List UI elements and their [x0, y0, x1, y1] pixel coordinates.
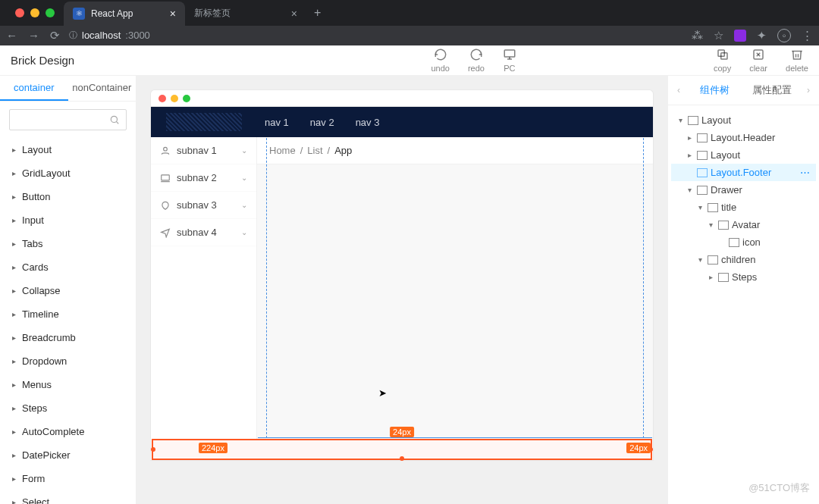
component-box-icon: [697, 133, 708, 142]
preview-sidebar[interactable]: subnav 1⌄subnav 2⌄subnav 3⌄subnav 4⌄: [151, 137, 257, 439]
component-item[interactable]: ▸Menus: [0, 373, 136, 396]
extension-icon[interactable]: [734, 30, 746, 42]
preview-breadcrumb: Home/List/App: [257, 137, 653, 164]
tab-component-tree[interactable]: 组件树: [686, 76, 744, 105]
tree-node[interactable]: ▸Steps: [671, 268, 816, 286]
back-button[interactable]: ←: [6, 29, 17, 42]
url-field[interactable]: ⓘ localhost:3000: [69, 30, 682, 41]
preview-sidebar-item[interactable]: subnav 1⌄: [151, 137, 256, 164]
tree-node[interactable]: ▸Layout: [671, 146, 816, 164]
close-tab-icon[interactable]: ×: [170, 8, 176, 20]
tree-node[interactable]: Layout.Footer⋯: [671, 164, 816, 181]
preview-sidebar-item[interactable]: subnav 2⌄: [151, 164, 256, 192]
forward-button[interactable]: →: [28, 29, 39, 42]
component-search-input[interactable]: [9, 109, 127, 130]
browser-tab-active[interactable]: ⚛ React App ×: [64, 2, 185, 26]
caret-right-icon: ▸: [12, 333, 16, 342]
tree-node[interactable]: ▾Drawer: [671, 181, 816, 199]
component-item[interactable]: ▸Select: [0, 490, 136, 504]
component-item[interactable]: ▸Cards: [0, 255, 136, 279]
clear-button[interactable]: clear: [749, 48, 767, 73]
close-tab-icon[interactable]: ×: [291, 8, 297, 20]
preview-logo-placeholder[interactable]: [166, 113, 242, 131]
browser-tab[interactable]: 新标签页 ×: [185, 2, 306, 26]
tree-caret-icon[interactable]: ▸: [706, 273, 715, 281]
component-item[interactable]: ▸Timeline: [0, 302, 136, 326]
selected-footer-element[interactable]: 224px 24px: [152, 439, 652, 460]
tree-caret-icon[interactable]: ▾: [695, 255, 704, 264]
preview-sidebar-item[interactable]: subnav 4⌄: [151, 219, 256, 246]
component-item[interactable]: ▸AutoComplete: [0, 420, 136, 443]
nav-item[interactable]: nav 1: [265, 117, 289, 128]
component-item[interactable]: ▸Input: [0, 208, 136, 232]
breadcrumb-item[interactable]: App: [334, 145, 352, 156]
pc-viewport-button[interactable]: PC: [503, 48, 516, 73]
component-item[interactable]: ▸GridLayout: [0, 161, 136, 185]
breadcrumb-item[interactable]: Home: [269, 145, 296, 156]
component-item[interactable]: ▸Breadcrumb: [0, 326, 136, 349]
chevron-down-icon: ⌄: [241, 174, 247, 182]
tree-caret-icon[interactable]: ▾: [685, 186, 694, 194]
component-item[interactable]: ▸Button: [0, 185, 136, 208]
tree-caret-icon[interactable]: ▸: [685, 151, 694, 159]
window-controls[interactable]: [6, 8, 64, 17]
component-item[interactable]: ▸Collapse: [0, 279, 136, 302]
maximize-window-icon[interactable]: [46, 8, 55, 17]
component-box-icon: [718, 273, 729, 282]
tree-node[interactable]: ▾title: [671, 199, 816, 216]
tree-node[interactable]: ▾Layout: [671, 111, 816, 129]
component-item[interactable]: ▸Form: [0, 467, 136, 490]
preview-content[interactable]: Home/List/App ➤: [257, 137, 653, 439]
tree-node[interactable]: ▸Layout.Header: [671, 129, 816, 146]
preview-maximize-icon: [183, 95, 190, 102]
breadcrumb-item[interactable]: List: [307, 145, 322, 156]
close-window-icon[interactable]: [15, 8, 24, 17]
translate-icon[interactable]: ⁂: [692, 29, 703, 42]
alignment-guide: [258, 437, 652, 438]
tree-node[interactable]: ▾children: [671, 251, 816, 268]
component-item[interactable]: ▸DatePicker: [0, 443, 136, 467]
preview-frame[interactable]: nav 1 nav 2 nav 3 subnav 1⌄subnav 2⌄subn…: [150, 106, 654, 461]
tab-props-config[interactable]: 属性配置: [744, 76, 802, 105]
resize-handle[interactable]: [151, 447, 155, 452]
tree-node[interactable]: icon: [671, 233, 816, 251]
nav-item[interactable]: nav 3: [356, 117, 380, 128]
profile-icon[interactable]: ◦: [777, 29, 791, 42]
undo-button[interactable]: undo: [431, 48, 449, 73]
component-list[interactable]: ▸Layout▸GridLayout▸Button▸Input▸Tabs▸Car…: [0, 138, 136, 504]
component-item[interactable]: ▸Layout: [0, 138, 136, 161]
preview-sidebar-item[interactable]: subnav 3⌄: [151, 192, 256, 219]
tree-node[interactable]: ▾Avatar: [671, 216, 816, 233]
reload-button[interactable]: ⟳: [50, 29, 60, 42]
copy-button[interactable]: copy: [714, 48, 731, 73]
menu-icon[interactable]: ⋮: [802, 29, 813, 42]
tab-container[interactable]: container: [0, 76, 68, 101]
preview-header[interactable]: nav 1 nav 2 nav 3: [151, 107, 653, 137]
nav-item[interactable]: nav 2: [310, 117, 334, 128]
redo-button[interactable]: redo: [468, 48, 485, 73]
design-canvas[interactable]: nav 1 nav 2 nav 3 subnav 1⌄subnav 2⌄subn…: [136, 76, 667, 504]
more-actions-icon[interactable]: ⋯: [800, 167, 811, 178]
component-item[interactable]: ▸Tabs: [0, 232, 136, 255]
chevron-down-icon: ⌄: [241, 201, 247, 209]
bookmark-icon[interactable]: ☆: [714, 29, 723, 42]
component-item[interactable]: ▸Steps: [0, 396, 136, 420]
chevron-down-icon: ⌄: [241, 228, 247, 236]
new-tab-button[interactable]: +: [306, 6, 328, 20]
tab-noncontainer[interactable]: nonContainer: [68, 76, 136, 101]
minimize-window-icon[interactable]: [30, 8, 39, 17]
trash-icon: [790, 48, 804, 61]
tree-caret-icon[interactable]: ▾: [706, 221, 715, 229]
tree-caret-icon[interactable]: ▾: [695, 203, 704, 211]
tree-caret-icon[interactable]: ▾: [676, 116, 685, 124]
resize-handle[interactable]: [400, 456, 404, 461]
url-host: localhost: [82, 30, 121, 41]
delete-button[interactable]: delete: [786, 48, 808, 73]
extensions-icon[interactable]: ✦: [757, 29, 767, 42]
tabs-next-icon[interactable]: ›: [801, 85, 816, 95]
component-tree[interactable]: ▾Layout▸Layout.Header▸LayoutLayout.Foote…: [668, 105, 819, 292]
tree-caret-icon[interactable]: ▸: [685, 133, 694, 142]
component-item[interactable]: ▸Dropdown: [0, 349, 136, 373]
caret-right-icon: ▸: [12, 380, 16, 389]
tabs-prev-icon[interactable]: ‹: [671, 85, 686, 95]
